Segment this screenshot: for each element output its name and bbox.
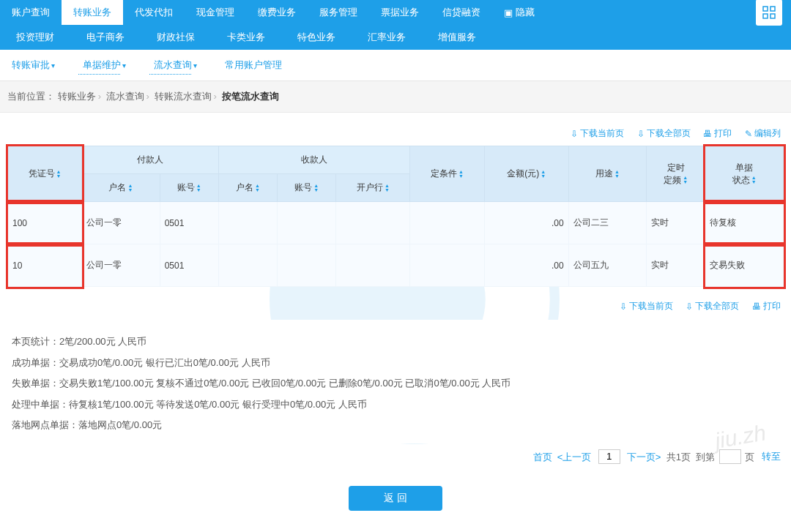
summary-line3: 失败单据：交易失败1笔/100.00元 复核不通过0笔/0.00元 已收回0笔/…	[12, 373, 779, 394]
col-condition-label: 定条件	[431, 168, 457, 179]
col-timing[interactable]: 定时 定频▲▼	[647, 146, 705, 202]
nav-card[interactable]: 卡类业务	[211, 25, 281, 50]
page-total-suffix: 页	[681, 451, 691, 462]
breadcrumb-prefix: 当前位置：	[7, 91, 55, 102]
nav-special[interactable]: 特色业务	[281, 25, 352, 50]
col-payee-bank[interactable]: 开户行▲▼	[336, 174, 410, 202]
sec-approval[interactable]: 转账审批 ▾	[7, 54, 59, 76]
nav-fx[interactable]: 汇率业务	[352, 25, 422, 50]
print-icon: 🖶	[752, 301, 761, 312]
summary-line2: 成功单据：交易成功0笔/0.00元 银行已汇出0笔/0.00元 人民币	[12, 353, 779, 374]
nav-account-query[interactable]: 账户查询	[0, 0, 62, 25]
svg-rect-2	[763, 14, 768, 18]
col-payer-name[interactable]: 户名▲▼	[82, 174, 160, 202]
page-total-prefix: 共	[666, 451, 676, 462]
edit-columns-label: 编辑列	[754, 127, 781, 140]
cell-voucher[interactable]: 100	[8, 202, 82, 244]
page-go[interactable]: 转至	[762, 451, 781, 462]
col-status[interactable]: 单据 状态▲▼	[705, 146, 784, 202]
print-label: 打印	[714, 127, 732, 140]
edit-columns-link[interactable]: ✎编辑列	[745, 127, 781, 140]
top-nav-row2: 投资理财 电子商务 财政社保 卡类业务 特色业务 汇率业务 增值服务	[0, 25, 791, 50]
nav-payment[interactable]: 缴费业务	[246, 0, 308, 25]
page-jump-input[interactable]	[719, 449, 741, 464]
sort-icon: ▲▼	[313, 184, 319, 192]
table-row[interactable]: 10 公司一零 0501 .00 公司五九 实时 交易失败	[8, 244, 784, 287]
download-icon: ⇩	[686, 301, 693, 312]
back-button[interactable]: 返 回	[349, 486, 442, 511]
nav-invest[interactable]: 投资理财	[0, 25, 70, 50]
crumb-0[interactable]: 转账业务	[58, 91, 96, 102]
page-jump-suffix: 页	[745, 451, 754, 462]
edit-icon: ✎	[745, 129, 752, 139]
sort-icon: ▲▼	[255, 184, 260, 192]
page-current-input[interactable]	[598, 449, 620, 464]
download-icon: ⇩	[571, 129, 578, 139]
nav-service[interactable]: 服务管理	[308, 0, 369, 25]
nav-credit[interactable]: 信贷融资	[431, 0, 492, 25]
sort-icon: ▲▼	[683, 176, 688, 184]
summary-panel: 本页统计：2笔/200.00元 人民币 成功单据：交易成功0笔/0.00元 银行…	[7, 320, 784, 443]
page-next[interactable]: 下一页>	[627, 451, 661, 462]
cell-usage: 公司五九	[568, 244, 647, 287]
nav-ecommerce[interactable]: 电子商务	[70, 25, 141, 50]
page-first[interactable]: 首页	[533, 451, 552, 462]
download-all-label-2: 下载全部页	[695, 300, 739, 312]
print-link-2[interactable]: 🖶打印	[752, 300, 781, 312]
download-all-label: 下载全部页	[647, 127, 691, 140]
sec-maintain[interactable]: 单据维护 ▾	[78, 54, 130, 76]
sort-icon: ▲▼	[614, 170, 620, 179]
page-total: 1	[676, 451, 681, 462]
table-actions-bottom: ⇩下载当前页 ⇩下载全部页 🖶打印	[0, 296, 791, 320]
cell-payee-acct	[278, 202, 336, 244]
nav-vas[interactable]: 增值服务	[422, 25, 492, 50]
nav-fiscal[interactable]: 财政社保	[141, 25, 211, 50]
cell-payee-bank	[336, 244, 410, 287]
col-payer-name-label: 户名	[108, 182, 126, 192]
sort-icon: ▲▼	[385, 184, 390, 192]
sec-account[interactable]: 常用账户管理	[220, 54, 286, 76]
print-label-2: 打印	[763, 300, 781, 312]
secondary-nav: 转账审批 ▾ 单据维护 ▾ 流水查询 ▾ 常用账户管理	[0, 50, 791, 81]
download-all-link-2[interactable]: ⇩下载全部页	[686, 300, 739, 312]
cell-amount: .00	[484, 244, 568, 287]
sort-icon: ▲▼	[127, 184, 133, 192]
sort-icon: ▲▼	[56, 170, 62, 179]
nav-cash[interactable]: 现金管理	[185, 0, 246, 25]
crumb-2[interactable]: 转账流水查询	[155, 91, 212, 102]
nav-hide[interactable]: ▣ 隐藏	[492, 0, 546, 25]
page-prev[interactable]: <上一页	[557, 451, 592, 462]
svg-rect-1	[770, 7, 775, 11]
cell-payer-acct: 0501	[160, 202, 218, 244]
download-current-link-2[interactable]: ⇩下载当前页	[620, 300, 673, 312]
print-link[interactable]: 🖶打印	[703, 127, 732, 140]
table-row[interactable]: 100 公司一零 0501 .00 公司二三 实时 待复核	[8, 202, 784, 244]
nav-transfer[interactable]: 转账业务	[62, 0, 123, 25]
col-usage[interactable]: 用途▲▼	[568, 146, 647, 202]
download-current-label: 下载当前页	[580, 127, 624, 140]
cell-voucher[interactable]: 10	[8, 244, 82, 287]
cell-payee-name	[218, 244, 277, 287]
col-timing-label: 定时 定频	[664, 162, 684, 185]
download-current-link[interactable]: ⇩下载当前页	[571, 127, 624, 140]
col-payee-acct[interactable]: 账号▲▼	[278, 174, 336, 202]
crumb-current: 按笔流水查询	[222, 91, 279, 102]
crumb-1[interactable]: 流水查询	[106, 91, 144, 102]
apps-grid-icon[interactable]	[756, 0, 782, 26]
nav-bill[interactable]: 票据业务	[369, 0, 431, 25]
col-payee-name[interactable]: 户名▲▼	[218, 174, 277, 202]
cell-status: 待复核	[705, 202, 784, 244]
download-all-link[interactable]: ⇩下载全部页	[637, 127, 691, 140]
grid-svg-icon	[762, 6, 776, 19]
col-condition[interactable]: 定条件▲▼	[410, 146, 484, 202]
col-voucher[interactable]: 凭证号▲▼	[8, 146, 82, 202]
col-amount[interactable]: 金额(元)▲▼	[484, 146, 568, 202]
nav-payroll[interactable]: 代发代扣	[123, 0, 185, 25]
sec-flow[interactable]: 流水查询 ▾	[149, 54, 201, 76]
col-payee-name-label: 户名	[236, 182, 253, 192]
cell-condition	[410, 202, 484, 244]
download-icon: ⇩	[637, 129, 645, 139]
col-payer-acct[interactable]: 账号▲▼	[160, 174, 218, 202]
col-status-label: 单据 状态	[732, 162, 753, 185]
download-icon: ⇩	[620, 301, 627, 312]
